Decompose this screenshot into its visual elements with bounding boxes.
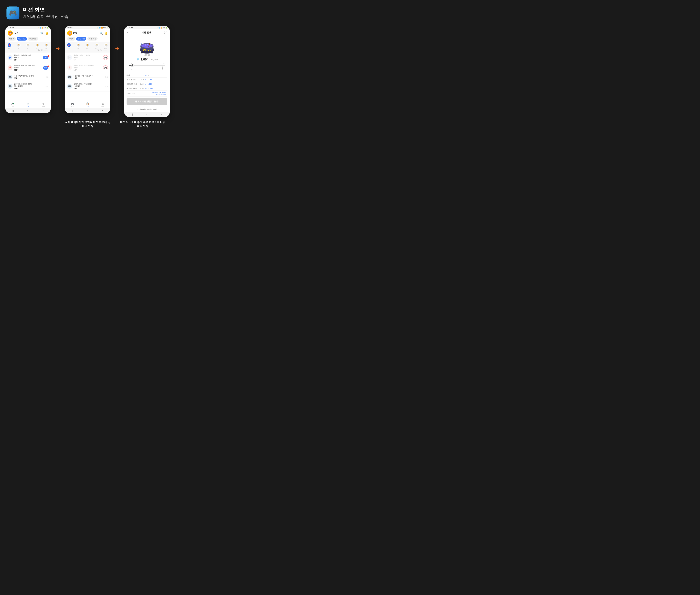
nav-game-1[interactable]: 🎮 게임 <box>11 102 14 108</box>
nav-game-2[interactable]: 🎮 게임 <box>71 102 74 108</box>
view-history-3[interactable]: ∧ 올려서 이용내역 보기 <box>124 107 170 112</box>
btn-complete-1-2[interactable]: 완료 ! <box>43 66 49 69</box>
prog-node-end-1: 🏆 <box>45 43 49 47</box>
mission-title-2-3: 5-젬 게임 60분 이상 플레이 <box>73 75 103 77</box>
mission-circle-2-2: 🎮 <box>103 65 108 70</box>
status-time-3: KT 15:19 <box>126 27 133 29</box>
mission-list-1: 플레이오에서 게임시작누르기 5P 완료 ! 📍 플레이오에서 게임 30분 이… <box>5 53 51 101</box>
tab-main-1[interactable]: 메인 미션 <box>28 37 38 40</box>
svg-point-4 <box>147 44 148 45</box>
mission-pts-2-4: 30P <box>73 87 103 90</box>
nav-mission-1[interactable]: 📋 미션 <box>27 102 30 108</box>
android-back-2[interactable]: ＜ <box>101 109 103 112</box>
svg-point-10 <box>152 44 153 45</box>
mission-info-2-4: 플레이오에서 게임 120분이상 플레이 30P <box>73 83 103 90</box>
help-button-3[interactable]: ? <box>164 31 168 34</box>
caption-spacer <box>10 120 55 128</box>
android-back-1[interactable]: ＜ <box>42 109 44 112</box>
page-header: 🎮 미션 화면 게임과 같이 꾸며진 모습 <box>6 6 169 20</box>
arrow-2: ➜ <box>115 46 119 52</box>
android-home-3[interactable]: ○ <box>146 113 147 116</box>
btn-complete-1-1[interactable]: 완료 ! <box>43 56 49 59</box>
stats-label-bonus-3: 봄 추가 획득 <box>126 79 138 81</box>
nav-mission-2[interactable]: 📋 미션 <box>86 102 89 108</box>
android-home-2[interactable]: ○ <box>87 109 88 112</box>
shop-label-1: 상점 <box>42 106 45 108</box>
bell-icon-2[interactable]: 🔔 <box>105 32 108 35</box>
mission-pts-1-2: 10P <box>14 69 41 71</box>
mission-item-2-2: 📍 플레이오에서 게임 30분 이상플레이 10P 🎮 <box>65 63 110 73</box>
bottom-nav-1: 🎮 게임 📋 미션 🛍 상점 <box>5 101 51 108</box>
stats-v1-coin-3: 1,530 <box>138 83 144 85</box>
nav-shop-1[interactable]: 🛍 상점 <box>42 102 45 108</box>
svg-point-3 <box>145 44 146 46</box>
close-button-3[interactable]: ✕ <box>126 31 129 34</box>
prog-node-3-2: 🏆 <box>86 43 89 47</box>
tab-event-2[interactable]: 이벤트 <box>67 37 75 40</box>
mission-icon-game2-1: 🎮 <box>8 84 12 89</box>
level-badge-1: 🎯 <box>8 30 13 36</box>
mission-icon-map-2: 📍 <box>67 65 72 70</box>
play-triangle-1 <box>9 56 11 59</box>
status-time-1: KT 15:04 <box>8 27 14 29</box>
stats-label-coin-3: 코인 교환 속도 <box>126 83 138 85</box>
status-time-2: KT 15:04 <box>67 27 73 29</box>
android-nav-1: ||| ○ ＜ <box>5 108 51 113</box>
mission-label-1: 미션 <box>27 106 30 108</box>
mission-reset-2: 미션 리셋 08:55:34 <box>67 49 108 51</box>
mission-icon-game-1: 🎮 <box>8 75 12 80</box>
android-home-1[interactable]: ○ <box>27 109 28 112</box>
bell-icon-1[interactable]: 🔔 <box>45 32 49 35</box>
tab-daily-2[interactable]: 일일 미션 <box>76 37 86 40</box>
mission-item-1-3: 🎮 5-젬 게임 60분 이상 플레이 15P 완료 <box>5 73 51 81</box>
stats-label-reward-3: 보너스 보상 <box>126 92 138 95</box>
screen1-phone: KT 15:04 ⚡ 🌐 📶 86% 🔋 🎯 LV.2 🔍 🔔 이벤트 <box>5 26 51 113</box>
mission-title-2-4: 플레이오에서 게임 120분이상 플레이 <box>73 83 103 87</box>
stats-arrow-max-3: ▶ <box>144 88 148 89</box>
mission-icon-nav-2: 📋 <box>86 102 89 105</box>
btn-complete-gray-1-4: 완료 <box>45 85 49 87</box>
lv-knob-3[interactable] <box>131 64 134 66</box>
mission-info-2-3: 5-젬 게임 60분 이상 플레이 15P <box>73 75 103 80</box>
stats-label-max-3: 봄 최대 보유량 <box>126 87 138 89</box>
android-nav-2: ||| ○ ＜ <box>65 108 110 113</box>
mission-title-1-4: 플레이오에서 게임 120분이상 플레이 <box>14 83 44 87</box>
nav-left-2: 🎯 LV.2 <box>67 30 77 36</box>
tab-main-2[interactable]: 메인 미션 <box>87 37 97 40</box>
level-text-1: LV.2 <box>14 32 18 34</box>
level-text-2: LV.2 <box>73 32 77 34</box>
status-icons-1: ⚡ 🌐 📶 86% 🔋 <box>37 27 49 29</box>
gem-diamond-icon-3: 💎 <box>136 58 140 61</box>
search-icon-1[interactable]: 🔍 <box>40 32 43 35</box>
caption-2: 미션 리스트를 통해 주요 화면으로 이동하는 모습 <box>120 120 165 128</box>
stats-v2-bonus-3: +3.7% <box>148 79 168 81</box>
nav-shop-2[interactable]: 🛍 상점 <box>101 102 104 108</box>
search-icon-2[interactable]: 🔍 <box>100 32 103 35</box>
gem-total-3: / 15,500 <box>150 58 158 61</box>
lv-plus-btn-3[interactable]: + <box>161 66 164 69</box>
nav-icons-2: 🔍 🔔 <box>100 32 108 35</box>
mission-item-1-4: 🎮 플레이오에서 게임 120분이상 플레이 30P 완료 <box>5 81 51 91</box>
progress-track-2: 🎯 🏆 🏆 🏆 🏆 <box>67 43 108 47</box>
stats-table-3: 레벨 2 ▶ 3 봄 추가 획득 +3.0% ▶ +3.7% 코인 교환 속도 … <box>124 73 170 96</box>
upgrade-button-3[interactable]: 0젬으로 레벨 경험치 올리기 <box>126 98 168 105</box>
android-back-3[interactable]: ＜ <box>161 113 163 116</box>
stats-v1-bonus-3: +3.0% <box>138 79 144 81</box>
play-triangle-2 <box>68 56 71 59</box>
screens-container: KT 15:04 ⚡ 🌐 📶 86% 🔋 🎯 LV.2 🔍 🔔 이벤트 <box>6 26 169 117</box>
stats-v1-max-3: 15,500 <box>138 88 144 89</box>
android-menu-1[interactable]: ||| <box>12 109 14 112</box>
tab-event-1[interactable]: 이벤트 <box>8 37 16 40</box>
status-bar-1: KT 15:04 ⚡ 🌐 📶 86% 🔋 <box>5 26 51 29</box>
stats-v2-coin-3: 1,560 <box>148 83 168 85</box>
android-menu-2[interactable]: ||| <box>71 109 73 112</box>
page-subtitle: 게임과 같이 꾸며진 모습 <box>23 13 68 19</box>
game-label-1: 게임 <box>11 106 14 108</box>
android-menu-3[interactable]: ||| <box>131 113 133 116</box>
mission-info-2-2: 플레이오에서 게임 30분 이상플레이 10P <box>73 64 101 71</box>
tab-daily-1[interactable]: 일일 미션 <box>17 37 27 40</box>
lv-minus-btn-3[interactable]: − <box>130 66 133 69</box>
caption-2-text: 미션 리스트를 통해 주요 화면으로 이동하는 모습 <box>120 121 165 128</box>
btn-complete-gray-2-4: 완료 <box>105 85 108 87</box>
shop-label-2: 상점 <box>101 106 104 108</box>
